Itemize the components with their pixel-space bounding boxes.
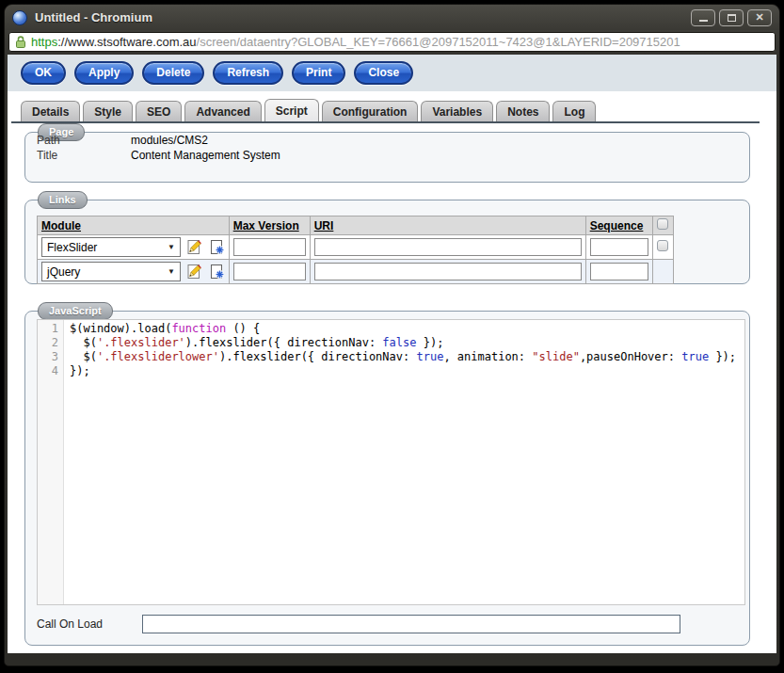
delete-button[interactable]: Delete (142, 61, 204, 85)
row-checkbox[interactable] (657, 240, 668, 251)
links-header-row: Module Max Version URI Sequence (38, 216, 674, 235)
path-label: Path (37, 133, 131, 148)
tab-details[interactable]: Details (21, 101, 80, 121)
tab-style[interactable]: Style (83, 101, 133, 121)
title-value: Content Management System (131, 149, 280, 162)
uri-input[interactable] (314, 263, 582, 280)
module-select[interactable]: jQuery▼ (41, 262, 181, 281)
title-label: Title (37, 148, 131, 163)
tab-seo[interactable]: SEO (136, 101, 182, 121)
chevron-down-icon: ▼ (168, 267, 175, 276)
tab-log[interactable]: Log (552, 101, 596, 121)
titlebar[interactable]: Untitled - Chromium ✕ (5, 5, 779, 30)
chevron-down-icon: ▼ (168, 243, 175, 251)
tab-advanced[interactable]: Advanced (184, 101, 261, 121)
code-line: $('.flexslider').flexslider({ directionN… (70, 336, 744, 350)
link-row: FlexSlider▼ (38, 235, 674, 260)
tab-configuration[interactable]: Configuration (322, 101, 419, 121)
module-select[interactable]: FlexSlider▼ (41, 237, 181, 257)
refresh-button[interactable]: Refresh (213, 61, 283, 85)
code-line: $(window).load(function () { (70, 322, 744, 336)
uri-input[interactable] (314, 238, 582, 256)
javascript-legend: JavaScript (38, 302, 113, 320)
ok-button[interactable]: OK (21, 61, 66, 85)
close-button[interactable]: Close (354, 61, 413, 85)
apply-button[interactable]: Apply (74, 61, 134, 85)
links-fieldset: Links Module Max Version URI Sequence Fl… (24, 200, 750, 284)
call-on-load-label: Call On Load (37, 615, 131, 633)
links-table: Module Max Version URI Sequence FlexSlid… (37, 216, 674, 284)
url-host: ://www.stsoftware.com.au (57, 35, 196, 49)
chromium-icon (12, 10, 27, 25)
code-line: }); (70, 364, 744, 378)
minimize-icon (699, 20, 708, 22)
tab-notes[interactable]: Notes (496, 101, 550, 121)
links-legend: Links (38, 191, 88, 209)
call-on-load-input[interactable] (142, 615, 680, 633)
close-button[interactable]: ✕ (747, 9, 772, 26)
tab-bar: DetailsStyleSEOAdvancedScriptConfigurati… (11, 99, 760, 123)
edit-icon[interactable] (186, 239, 202, 255)
edit-icon[interactable] (186, 264, 202, 280)
page-viewport: OKApplyDeleteRefreshPrintClose DetailsSt… (8, 55, 776, 653)
tab-panel: Page Pathmodules/CMS2 TitleContent Manag… (17, 124, 750, 653)
address-bar[interactable]: https://www.stsoftware.com.au/screen/dat… (8, 32, 776, 52)
checkbox-column-header (652, 216, 673, 235)
new-document-icon[interactable] (209, 239, 225, 255)
maximize-icon (728, 14, 736, 22)
max-version-column-header[interactable]: Max Version (229, 216, 310, 235)
javascript-code-editor[interactable]: 1234 $(window).load(function () { $('.fl… (37, 319, 745, 605)
tab-variables[interactable]: Variables (421, 101, 493, 121)
max-version-input[interactable] (233, 238, 306, 256)
code-area[interactable]: $(window).load(function () { $('.flexsli… (64, 320, 744, 604)
path-value: modules/CMS2 (131, 134, 208, 147)
max-version-input[interactable] (233, 263, 306, 280)
browser-window: Untitled - Chromium ✕ https://www.stsoft… (4, 4, 780, 666)
module-column-header[interactable]: Module (38, 216, 230, 235)
url-path: /screen/dataentry?GLOBAL_KEY=76661@20971… (197, 35, 680, 49)
print-button[interactable]: Print (292, 61, 345, 85)
sequence-column-header[interactable]: Sequence (585, 216, 652, 235)
sequence-input[interactable] (590, 263, 648, 280)
select-all-checkbox[interactable] (657, 218, 668, 230)
page-fieldset: Page Pathmodules/CMS2 TitleContent Manag… (24, 132, 750, 183)
minimize-button[interactable] (691, 9, 715, 26)
uri-column-header[interactable]: URI (310, 216, 585, 235)
padlock-icon (15, 35, 26, 49)
browser-toolbar: https://www.stsoftware.com.au/screen/dat… (5, 30, 779, 55)
sequence-input[interactable] (590, 238, 648, 256)
code-line: $('.flexsliderlower').flexslider({ direc… (70, 350, 744, 364)
maximize-button[interactable] (719, 9, 744, 26)
line-number-gutter: 1234 (38, 320, 64, 604)
tab-script[interactable]: Script (264, 99, 319, 121)
javascript-fieldset: JavaScript 1234 $(window).load(function … (24, 311, 750, 646)
action-button-bar: OKApplyDeleteRefreshPrintClose (8, 55, 776, 91)
close-icon: ✕ (755, 12, 763, 23)
link-row: jQuery▼ (38, 260, 674, 284)
window-title: Untitled - Chromium (35, 10, 152, 24)
new-document-icon[interactable] (209, 264, 225, 280)
window-controls: ✕ (691, 9, 772, 26)
call-on-load-row: Call On Load (37, 615, 760, 633)
url-scheme: https (31, 35, 57, 49)
